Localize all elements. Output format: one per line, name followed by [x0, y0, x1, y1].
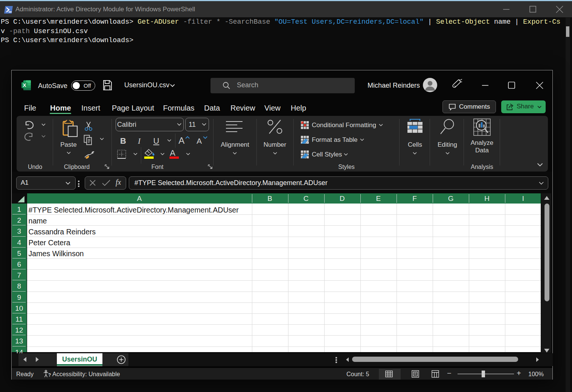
svg-text:?: ?: [48, 372, 51, 378]
svg-text:X: X: [23, 82, 26, 88]
